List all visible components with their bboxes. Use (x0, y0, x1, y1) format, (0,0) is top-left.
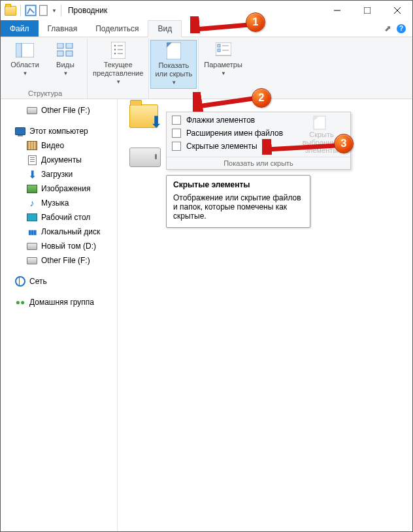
ribbon-btn-options[interactable]: Параметры▼ (200, 40, 246, 79)
qat-dropdown-icon[interactable]: ▼ (52, 8, 57, 14)
tab-home[interactable]: Главная (39, 20, 87, 37)
nav-item-desktop[interactable]: Рабочий стол (1, 210, 117, 225)
window-buttons (322, 1, 412, 20)
svg-rect-7 (16, 43, 22, 57)
close-button[interactable] (382, 1, 412, 20)
drive-icon (27, 257, 37, 264)
ribbon-group-current: Текущее представление▼ (88, 39, 149, 99)
video-icon (27, 141, 37, 150)
network-icon (15, 276, 25, 287)
properties-icon[interactable] (25, 5, 37, 16)
svg-rect-22 (218, 44, 220, 47)
nav-item-other-file-f2[interactable]: Other File (F:) (1, 253, 117, 268)
svg-rect-1 (40, 5, 48, 15)
svg-point-15 (114, 49, 115, 50)
minimize-ribbon-icon[interactable]: ⬈ (384, 23, 391, 33)
homegroup-icon: ●● (15, 297, 25, 307)
svg-rect-10 (57, 51, 63, 56)
nav-item-this-pc[interactable]: Этот компьютер (1, 124, 117, 138)
explorer-window: ▼ Проводник Файл Главная Поделиться Вид … (0, 0, 413, 532)
folder-icon: ⬇ (129, 104, 158, 128)
download-icon: ⬇ (27, 169, 37, 180)
content-item-downloads-folder[interactable]: ⬇ (129, 104, 158, 128)
ribbon: Области▼ Виды▼ Структура Текущее предста… (1, 37, 412, 99)
svg-rect-11 (66, 51, 73, 56)
hide-selected-icon (312, 115, 331, 131)
drive-icon (27, 243, 37, 250)
nav-item-new-vol-d[interactable]: Новый том (D:) (1, 239, 117, 253)
nav-item-other-file-f[interactable]: Other File (F:) (1, 103, 117, 117)
navigation-pane: Other File (F:) Этот компьютер Видео Док… (1, 99, 118, 532)
new-file-icon[interactable] (38, 5, 50, 16)
svg-rect-12 (111, 42, 125, 59)
ribbon-btn-current-view[interactable]: Текущее представление▼ (89, 40, 147, 87)
nav-item-local-disk[interactable]: ▮▮▮Локальный диск (1, 225, 117, 239)
nav-item-network[interactable]: Сеть (1, 274, 117, 289)
document-icon (28, 155, 37, 165)
music-icon: ♪ (27, 198, 37, 208)
computer-icon (15, 127, 25, 135)
layout-icon (55, 41, 76, 59)
window-title: Проводник (68, 6, 107, 15)
separator (20, 5, 21, 16)
nav-item-music[interactable]: ♪Музыка (1, 196, 117, 210)
nav-item-documents[interactable]: Документы (1, 153, 117, 167)
current-view-icon (108, 41, 129, 59)
annotation-arrow-3 (262, 139, 340, 155)
disk-icon: ▮▮▮ (27, 227, 37, 237)
svg-rect-8 (57, 43, 63, 48)
option-item-checkboxes[interactable]: Флажки элементов (171, 115, 297, 125)
content-item-drive[interactable] (129, 148, 161, 167)
minimize-button[interactable] (322, 1, 352, 20)
panes-icon (14, 41, 35, 59)
ribbon-group-structure: Области▼ Виды▼ Структура (3, 39, 88, 99)
maximize-button[interactable] (352, 1, 382, 20)
svg-rect-24 (218, 49, 220, 52)
tab-share[interactable]: Поделиться (86, 20, 148, 37)
tooltip-title: Скрытые элементы (173, 180, 303, 189)
checkbox-icon (172, 142, 181, 151)
svg-point-17 (114, 53, 115, 54)
pictures-icon (27, 185, 37, 193)
drive-icon (27, 107, 37, 114)
ribbon-btn-views[interactable]: Виды▼ (45, 40, 86, 79)
show-hide-icon (163, 42, 184, 60)
ribbon-group-options: Параметры▼ (199, 39, 248, 99)
tab-file[interactable]: Файл (1, 20, 39, 37)
tooltip-hidden-items: Скрытые элементы Отображение или скрытие… (166, 175, 310, 228)
tab-view[interactable]: Вид (148, 20, 182, 37)
checkbox-icon (172, 116, 181, 125)
svg-line-29 (195, 25, 249, 29)
annotation-badge-1: 1 (246, 12, 265, 32)
annotation-arrow-2 (193, 92, 258, 112)
folder-icon (5, 6, 16, 16)
svg-line-31 (198, 99, 253, 106)
annotation-badge-2: 2 (252, 88, 271, 108)
quick-access-toolbar: ▼ (5, 5, 64, 16)
ribbon-btn-show-hide[interactable]: Показать или скрыть▼ (150, 40, 197, 89)
tooltip-body: Отображение или скрытие файлов и папок, … (173, 193, 301, 221)
nav-item-homegroup[interactable]: ●●Домашняя группа (1, 295, 117, 309)
drive-icon (129, 148, 161, 167)
separator (61, 5, 61, 16)
svg-point-13 (114, 45, 115, 46)
option-file-extensions[interactable]: Расширения имен файлов (171, 128, 297, 138)
annotation-badge-3: 3 (334, 134, 354, 153)
help-icon[interactable]: ? (397, 24, 406, 33)
nav-item-video[interactable]: Видео (1, 138, 117, 153)
svg-rect-9 (66, 43, 73, 48)
options-icon (213, 41, 234, 59)
desktop-icon (27, 213, 37, 221)
svg-rect-3 (364, 7, 371, 14)
ribbon-group-showhide: Показать или скрыть▼ (149, 39, 199, 99)
ribbon-group-title: Структура (28, 88, 62, 99)
popup-footer: Показать или скрыть (167, 157, 350, 169)
svg-line-33 (267, 146, 335, 149)
ribbon-btn-areas[interactable]: Области▼ (5, 40, 45, 79)
nav-item-pictures[interactable]: Изображения (1, 181, 117, 196)
checkbox-icon (172, 129, 181, 138)
nav-item-downloads[interactable]: ⬇Загрузки (1, 167, 117, 181)
